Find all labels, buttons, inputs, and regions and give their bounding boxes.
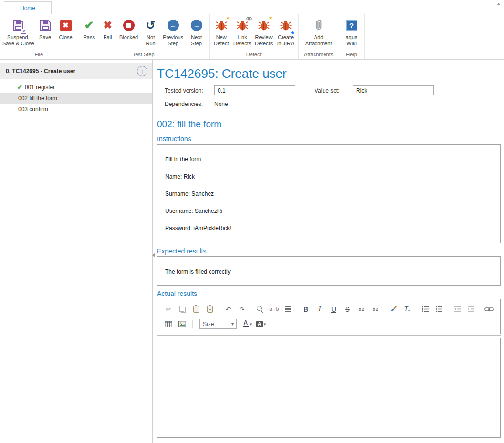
redo-icon[interactable]: ↷ — [236, 304, 248, 315]
toolbar-separator — [192, 320, 193, 328]
tested-version-label: Tested version: — [165, 87, 214, 94]
chevron-down-icon: ▾ — [264, 322, 266, 327]
editor-divider — [157, 335, 501, 336]
chain-badge-icon — [246, 15, 252, 22]
ribbon-group-help: ? aqua Wiki Help — [339, 14, 365, 59]
not-run-button[interactable]: ↺ Not Run — [141, 16, 161, 48]
blocked-button[interactable]: Blocked — [117, 16, 141, 42]
collapse-up-icon[interactable]: ↑ — [137, 66, 147, 76]
value-set-input[interactable] — [353, 85, 434, 95]
page-title: TC142695: Create user — [157, 66, 501, 81]
next-step-button[interactable]: → Next Step — [186, 16, 208, 48]
step-heading: 002: fill the form — [157, 118, 501, 130]
ordered-list-button[interactable] — [419, 304, 431, 315]
subscript-button[interactable]: x2 — [355, 304, 368, 315]
new-defect-button[interactable]: * New Defect — [211, 16, 232, 48]
bold-button[interactable]: B — [300, 304, 312, 315]
instruction-line: Surname: Sanchez — [165, 185, 493, 202]
group-label-test-step: Test Step — [80, 51, 208, 59]
italic-button[interactable]: I — [314, 304, 326, 315]
link-button[interactable] — [483, 304, 495, 315]
ribbon-group-defect: * New Defect — [210, 14, 299, 59]
group-label-attachments: Attachments — [300, 51, 337, 59]
close-icon: ✖ — [60, 17, 72, 34]
unordered-list-button[interactable] — [433, 304, 445, 315]
test-execution-window: Home × Suspend, Save & Close — [0, 0, 504, 443]
ribbon-group-attachments: Add Attachment Attachments — [299, 14, 339, 59]
instructions-box: Fill in the form Name: Rick Surname: San… — [157, 144, 501, 243]
insert-table-button[interactable] — [162, 318, 175, 330]
tested-version-input[interactable] — [214, 85, 295, 95]
value-set-label: Value set: — [315, 87, 353, 94]
remove-format-icon[interactable]: Tx — [401, 304, 413, 315]
paste-icon[interactable] — [190, 304, 202, 315]
replace-icon[interactable]: a↔b — [268, 304, 280, 315]
group-label-defect: Defect — [211, 51, 297, 59]
insert-image-button[interactable] — [176, 318, 189, 330]
not-run-icon: ↺ — [146, 17, 156, 34]
instruction-line: Username: SanchezRi — [165, 202, 493, 220]
save-button[interactable]: Save — [35, 16, 55, 42]
dependencies-label: Dependencies: — [165, 101, 214, 107]
chevron-down-icon: ▾ — [250, 322, 252, 327]
underline-button[interactable]: U — [327, 304, 340, 315]
group-label-file: File — [1, 51, 76, 59]
test-case-content: TC142695: Create user Tested version: Va… — [153, 60, 504, 443]
strikethrough-button[interactable]: S — [341, 304, 354, 315]
create-in-jira-button[interactable]: ◆ Create in JIRA — [275, 16, 297, 48]
link-defects-bug-icon — [236, 17, 249, 34]
font-size-dropdown[interactable]: Size ▾ — [200, 319, 237, 329]
suspend-save-close-button[interactable]: × Suspend, Save & Close — [1, 16, 35, 48]
splitter-collapse-arrow-icon[interactable] — [152, 253, 155, 258]
tab-home[interactable]: Home — [4, 1, 52, 14]
ribbon-tab-strip: Home — [0, 0, 504, 14]
undo-icon[interactable]: ↶ — [222, 304, 234, 315]
sidebar-header: 0. TC142695 - Create user ↑ — [0, 63, 152, 79]
instruction-line: Fill in the form — [165, 151, 493, 168]
sidebar-item-step-003[interactable]: 003 confirm — [0, 104, 152, 115]
sidebar-item-step-001[interactable]: ✔ 001 register — [0, 82, 152, 93]
save-suspend-icon: × — [11, 17, 25, 34]
ribbon: × Suspend, Save & Close Save — [0, 14, 504, 60]
expected-results-text: The form is filled correctly — [165, 263, 493, 280]
pass-button[interactable]: ✔ Pass — [80, 16, 99, 42]
close-button[interactable]: ✖ Close — [55, 16, 76, 42]
scrollbar-up-icon[interactable] — [496, 2, 502, 7]
sidebar-item-step-002[interactable]: 002 fill the form — [0, 93, 152, 104]
instructions-label: Instructions — [157, 135, 501, 143]
link-defects-button[interactable]: Link Defects — [232, 16, 253, 48]
copy-icon[interactable] — [176, 304, 189, 315]
create-in-jira-bug-icon: ◆ — [280, 17, 292, 34]
step-passed-check-icon: ✔ — [17, 84, 22, 91]
instruction-line: Name: Rick — [165, 168, 493, 185]
ribbon-group-test-step: ✔ Pass ✖ Fail Blocked ↺ Not Run ← — [78, 14, 210, 59]
next-step-icon: → — [191, 17, 202, 34]
text-color-button[interactable]: A ▾ — [241, 318, 253, 330]
superscript-button[interactable]: x2 — [369, 304, 381, 315]
find-icon[interactable] — [254, 304, 266, 315]
wiki-help-icon: ? — [346, 17, 357, 34]
review-defects-button[interactable]: * Review Defects — [253, 16, 275, 48]
rich-text-toolbar: ✂ ↶ ↷ a↔b B I U S x2 x2 — [157, 299, 501, 334]
increase-indent-button[interactable] — [465, 304, 477, 315]
select-all-icon[interactable] — [282, 304, 294, 315]
previous-step-button[interactable]: ← Previous Step — [161, 16, 186, 48]
fail-button[interactable]: ✖ Fail — [99, 16, 117, 42]
previous-step-icon: ← — [168, 17, 179, 34]
expected-results-label: Expected results — [157, 247, 501, 255]
aqua-wiki-button[interactable]: ? aqua Wiki — [341, 16, 363, 48]
pass-check-icon: ✔ — [84, 17, 94, 34]
copy-formatting-icon[interactable] — [387, 304, 399, 315]
paste-from-word-icon[interactable] — [204, 304, 216, 315]
fail-x-icon: ✖ — [103, 17, 112, 34]
background-color-button[interactable]: A ▾ — [255, 318, 267, 330]
test-steps-sidebar: 0. TC142695 - Create user ↑ ✔ 001 regist… — [0, 60, 153, 443]
instruction-line: Password: iAmPickleRick! — [165, 220, 493, 237]
add-attachment-button[interactable]: Add Attachment — [300, 16, 337, 48]
chevron-down-icon: ▾ — [229, 321, 236, 327]
cut-icon[interactable]: ✂ — [162, 304, 175, 315]
decrease-indent-button[interactable] — [451, 304, 463, 315]
blocked-stop-icon — [123, 17, 135, 34]
actual-results-editor[interactable] — [157, 338, 501, 438]
actual-results-label: Actual results — [157, 290, 501, 298]
